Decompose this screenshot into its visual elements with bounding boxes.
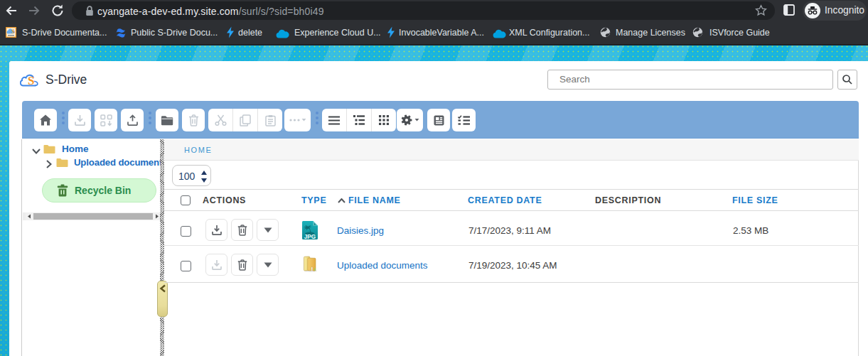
svg-text:JPG: JPG <box>304 234 316 239</box>
svg-text:S: S <box>11 28 15 35</box>
svg-text:S: S <box>28 74 34 87</box>
